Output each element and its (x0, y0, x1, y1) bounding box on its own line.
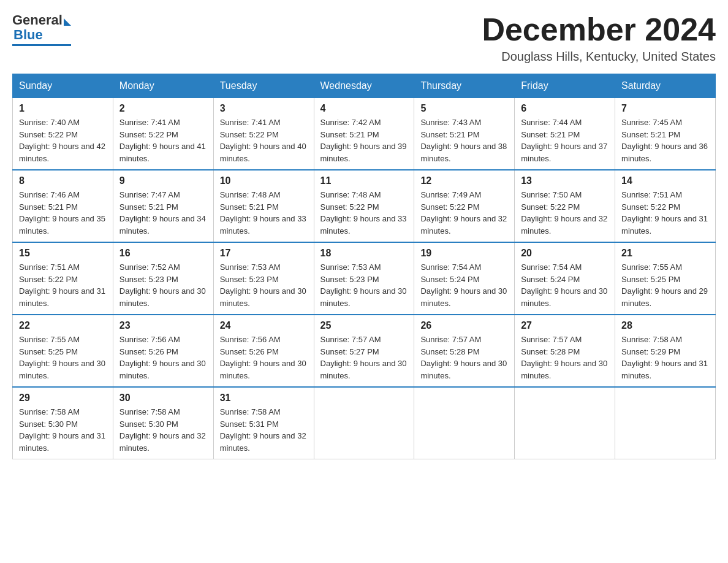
calendar-cell: 17 Sunrise: 7:53 AM Sunset: 5:23 PM Dayl… (213, 242, 314, 315)
day-number: 7 (621, 103, 709, 114)
logo: General Blue (12, 12, 71, 46)
day-info: Sunrise: 7:40 AM Sunset: 5:22 PM Dayligh… (19, 117, 107, 164)
calendar-cell: 7 Sunrise: 7:45 AM Sunset: 5:21 PM Dayli… (615, 98, 716, 170)
day-number: 3 (220, 103, 308, 114)
day-info: Sunrise: 7:53 AM Sunset: 5:23 PM Dayligh… (220, 261, 308, 309)
calendar-cell: 5 Sunrise: 7:43 AM Sunset: 5:21 PM Dayli… (414, 98, 515, 170)
day-number: 16 (119, 248, 207, 259)
day-info: Sunrise: 7:58 AM Sunset: 5:30 PM Dayligh… (19, 406, 107, 454)
day-number: 23 (119, 320, 207, 331)
day-number: 20 (521, 248, 609, 259)
day-info: Sunrise: 7:54 AM Sunset: 5:24 PM Dayligh… (420, 261, 508, 309)
day-number: 22 (19, 320, 107, 331)
week-row-5: 29 Sunrise: 7:58 AM Sunset: 5:30 PM Dayl… (13, 387, 716, 459)
day-number: 18 (320, 248, 408, 259)
day-number: 10 (220, 175, 308, 186)
calendar-cell: 22 Sunrise: 7:55 AM Sunset: 5:25 PM Dayl… (13, 315, 113, 387)
logo-blue-text: Blue (13, 27, 43, 43)
day-info: Sunrise: 7:56 AM Sunset: 5:26 PM Dayligh… (220, 334, 308, 381)
header: General Blue December 2024 Douglass Hill… (12, 12, 716, 64)
calendar-cell: 16 Sunrise: 7:52 AM Sunset: 5:23 PM Dayl… (113, 242, 213, 315)
week-row-4: 22 Sunrise: 7:55 AM Sunset: 5:25 PM Dayl… (13, 315, 716, 387)
calendar-cell: 2 Sunrise: 7:41 AM Sunset: 5:22 PM Dayli… (113, 98, 213, 170)
calendar-cell: 24 Sunrise: 7:56 AM Sunset: 5:26 PM Dayl… (213, 315, 314, 387)
day-number: 30 (119, 393, 207, 404)
day-info: Sunrise: 7:51 AM Sunset: 5:22 PM Dayligh… (19, 261, 107, 309)
day-info: Sunrise: 7:58 AM Sunset: 5:31 PM Dayligh… (220, 406, 308, 454)
calendar-cell: 9 Sunrise: 7:47 AM Sunset: 5:21 PM Dayli… (113, 170, 213, 242)
week-row-1: 1 Sunrise: 7:40 AM Sunset: 5:22 PM Dayli… (13, 98, 716, 170)
day-number: 15 (19, 248, 107, 259)
day-info: Sunrise: 7:44 AM Sunset: 5:21 PM Dayligh… (521, 117, 609, 164)
calendar-cell: 4 Sunrise: 7:42 AM Sunset: 5:21 PM Dayli… (314, 98, 414, 170)
calendar-cell: 26 Sunrise: 7:57 AM Sunset: 5:28 PM Dayl… (414, 315, 515, 387)
logo-underline (12, 44, 71, 46)
calendar-cell: 31 Sunrise: 7:58 AM Sunset: 5:31 PM Dayl… (213, 387, 314, 459)
day-info: Sunrise: 7:53 AM Sunset: 5:23 PM Dayligh… (320, 261, 408, 309)
day-info: Sunrise: 7:52 AM Sunset: 5:23 PM Dayligh… (119, 261, 207, 309)
day-info: Sunrise: 7:51 AM Sunset: 5:22 PM Dayligh… (621, 189, 709, 237)
calendar-cell: 30 Sunrise: 7:58 AM Sunset: 5:30 PM Dayl… (113, 387, 213, 459)
calendar-cell: 8 Sunrise: 7:46 AM Sunset: 5:21 PM Dayli… (13, 170, 113, 242)
day-number: 6 (521, 103, 609, 114)
day-info: Sunrise: 7:48 AM Sunset: 5:22 PM Dayligh… (320, 189, 408, 237)
day-number: 9 (119, 175, 207, 186)
day-info: Sunrise: 7:49 AM Sunset: 5:22 PM Dayligh… (420, 189, 508, 237)
header-monday: Monday (113, 74, 213, 98)
day-info: Sunrise: 7:47 AM Sunset: 5:21 PM Dayligh… (119, 189, 207, 237)
title-area: December 2024 Douglass Hills, Kentucky, … (482, 12, 716, 64)
day-info: Sunrise: 7:57 AM Sunset: 5:28 PM Dayligh… (420, 334, 508, 381)
day-number: 4 (320, 103, 408, 114)
header-saturday: Saturday (615, 74, 716, 98)
day-number: 5 (420, 103, 508, 114)
calendar-cell: 20 Sunrise: 7:54 AM Sunset: 5:24 PM Dayl… (515, 242, 615, 315)
day-info: Sunrise: 7:45 AM Sunset: 5:21 PM Dayligh… (621, 117, 709, 164)
day-number: 13 (521, 175, 609, 186)
day-info: Sunrise: 7:58 AM Sunset: 5:29 PM Dayligh… (621, 334, 709, 381)
calendar-cell: 11 Sunrise: 7:48 AM Sunset: 5:22 PM Dayl… (314, 170, 414, 242)
day-info: Sunrise: 7:41 AM Sunset: 5:22 PM Dayligh… (220, 117, 308, 164)
day-info: Sunrise: 7:54 AM Sunset: 5:24 PM Dayligh… (521, 261, 609, 309)
calendar-cell: 25 Sunrise: 7:57 AM Sunset: 5:27 PM Dayl… (314, 315, 414, 387)
calendar-cell (615, 387, 716, 459)
day-info: Sunrise: 7:57 AM Sunset: 5:27 PM Dayligh… (320, 334, 408, 381)
week-row-2: 8 Sunrise: 7:46 AM Sunset: 5:21 PM Dayli… (13, 170, 716, 242)
day-info: Sunrise: 7:58 AM Sunset: 5:30 PM Dayligh… (119, 406, 207, 454)
month-title: December 2024 (482, 12, 716, 47)
calendar-cell: 19 Sunrise: 7:54 AM Sunset: 5:24 PM Dayl… (414, 242, 515, 315)
day-number: 17 (220, 248, 308, 259)
day-number: 26 (420, 320, 508, 331)
calendar-cell: 29 Sunrise: 7:58 AM Sunset: 5:30 PM Dayl… (13, 387, 113, 459)
day-info: Sunrise: 7:43 AM Sunset: 5:21 PM Dayligh… (420, 117, 508, 164)
day-number: 31 (220, 393, 308, 404)
day-number: 8 (19, 175, 107, 186)
calendar-cell: 6 Sunrise: 7:44 AM Sunset: 5:21 PM Dayli… (515, 98, 615, 170)
calendar-table: SundayMondayTuesdayWednesdayThursdayFrid… (12, 74, 716, 459)
logo-triangle-icon (64, 18, 71, 26)
logo-general-text: General (12, 12, 63, 28)
calendar-cell: 14 Sunrise: 7:51 AM Sunset: 5:22 PM Dayl… (615, 170, 716, 242)
calendar-cell: 18 Sunrise: 7:53 AM Sunset: 5:23 PM Dayl… (314, 242, 414, 315)
calendar-cell: 28 Sunrise: 7:58 AM Sunset: 5:29 PM Dayl… (615, 315, 716, 387)
calendar-cell: 3 Sunrise: 7:41 AM Sunset: 5:22 PM Dayli… (213, 98, 314, 170)
day-info: Sunrise: 7:42 AM Sunset: 5:21 PM Dayligh… (320, 117, 408, 164)
calendar-cell (414, 387, 515, 459)
header-thursday: Thursday (414, 74, 515, 98)
day-number: 1 (19, 103, 107, 114)
day-info: Sunrise: 7:55 AM Sunset: 5:25 PM Dayligh… (621, 261, 709, 309)
day-info: Sunrise: 7:50 AM Sunset: 5:22 PM Dayligh… (521, 189, 609, 237)
day-info: Sunrise: 7:48 AM Sunset: 5:21 PM Dayligh… (220, 189, 308, 237)
day-info: Sunrise: 7:56 AM Sunset: 5:26 PM Dayligh… (119, 334, 207, 381)
location-title: Douglass Hills, Kentucky, United States (482, 50, 716, 64)
header-wednesday: Wednesday (314, 74, 414, 98)
day-info: Sunrise: 7:46 AM Sunset: 5:21 PM Dayligh… (19, 189, 107, 237)
day-number: 12 (420, 175, 508, 186)
calendar-cell: 10 Sunrise: 7:48 AM Sunset: 5:21 PM Dayl… (213, 170, 314, 242)
week-row-3: 15 Sunrise: 7:51 AM Sunset: 5:22 PM Dayl… (13, 242, 716, 315)
header-sunday: Sunday (13, 74, 113, 98)
day-info: Sunrise: 7:55 AM Sunset: 5:25 PM Dayligh… (19, 334, 107, 381)
calendar-cell: 13 Sunrise: 7:50 AM Sunset: 5:22 PM Dayl… (515, 170, 615, 242)
calendar-cell: 21 Sunrise: 7:55 AM Sunset: 5:25 PM Dayl… (615, 242, 716, 315)
day-number: 19 (420, 248, 508, 259)
calendar-cell (314, 387, 414, 459)
